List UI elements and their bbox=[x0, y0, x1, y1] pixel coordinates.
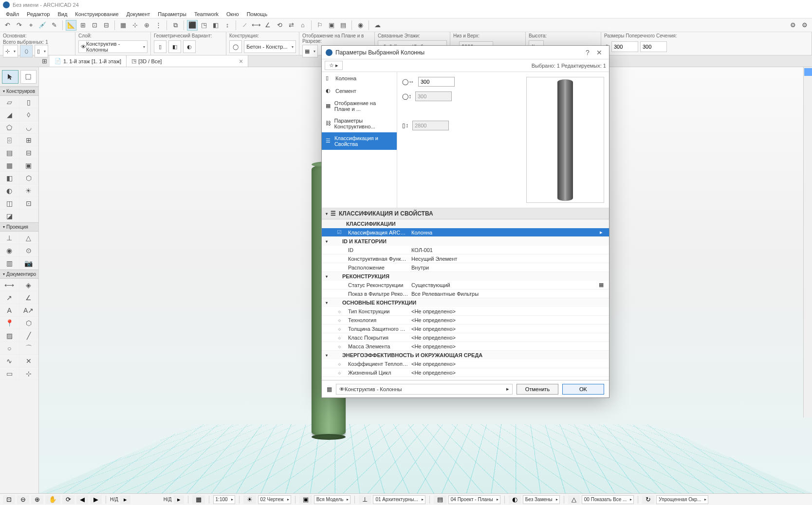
properties-list[interactable]: КЛАССИФИКАЦИИ ☑ Классификация ARCHICAD..… bbox=[322, 219, 609, 380]
section-main-construction[interactable]: ОСНОВНЫЕ КОНСТРУКЦИИ bbox=[322, 298, 609, 307]
ruler-icon[interactable]: 📐 bbox=[66, 20, 76, 31]
section-id-categories[interactable]: ID И КАТЕГОРИИ bbox=[322, 237, 609, 246]
sb-repl-icon[interactable]: ◐ bbox=[509, 495, 521, 504]
worksheet-tool-icon[interactable]: ▥ bbox=[0, 257, 19, 270]
tab-3d[interactable]: ◳ [3D / Все] × bbox=[127, 55, 248, 67]
marker-tool-icon[interactable]: 📍 bbox=[0, 317, 19, 329]
dim-tool-icon[interactable]: ⟷ bbox=[0, 279, 19, 291]
sb-proj-combo[interactable]: 04 Проект - Планы bbox=[448, 495, 500, 504]
toolbox-section-document[interactable]: Документиро bbox=[0, 270, 38, 279]
row-function[interactable]: Конструктивная Функция Несущий Элемент bbox=[322, 254, 609, 263]
object-tool-icon[interactable]: ▣ bbox=[19, 159, 39, 172]
label-tool-icon[interactable]: A↗ bbox=[19, 304, 39, 317]
change-tool-icon[interactable]: ⬡ bbox=[19, 317, 39, 329]
toolbox-section-construct[interactable]: Конструиров bbox=[0, 87, 38, 96]
team2-icon[interactable]: ⚙ bbox=[799, 20, 810, 31]
sb-zoom-combo[interactable]: 02 Чертеж bbox=[258, 495, 291, 504]
window-tool-icon[interactable]: ⊞ bbox=[19, 134, 39, 146]
row-position[interactable]: Расположение Внутри bbox=[322, 263, 609, 272]
sb-arrow1-icon[interactable]: ▸ bbox=[120, 495, 130, 504]
row-element-mass[interactable]: ⟐ Масса Элемента <Не определено> bbox=[322, 342, 609, 351]
geom-opt3[interactable]: ◐ bbox=[183, 40, 196, 53]
nav-segment[interactable]: ◐Сегмент bbox=[322, 85, 397, 97]
menu-document[interactable]: Документ bbox=[123, 11, 154, 17]
stair-tool-icon[interactable]: ▤ bbox=[0, 146, 19, 159]
menu-help[interactable]: Помощь bbox=[243, 11, 272, 17]
row-classification[interactable]: ☑ Классификация ARCHICAD... Колонна ▸ bbox=[322, 228, 609, 237]
row-renovation-filter[interactable]: Показ в Фильтре Реконстр... Все Релевант… bbox=[322, 289, 609, 298]
camera-tool-icon[interactable]: 📷 bbox=[19, 257, 39, 270]
sb-sun-icon[interactable]: ☀ bbox=[243, 495, 256, 504]
right-palette-strip[interactable] bbox=[803, 67, 812, 417]
measure-icon[interactable]: ⟋ bbox=[239, 20, 250, 31]
fill-tool-icon[interactable]: ▨ bbox=[0, 329, 19, 342]
sb-model-icon[interactable]: ▣ bbox=[299, 495, 312, 504]
cancel-button[interactable]: Отменить bbox=[517, 384, 558, 395]
redo-icon[interactable]: ↷ bbox=[14, 20, 24, 31]
geom-opt2[interactable]: ◧ bbox=[168, 40, 181, 53]
preset-button[interactable]: ⊹ bbox=[3, 45, 18, 57]
sb-arrow2-icon[interactable]: ▸ bbox=[174, 495, 184, 504]
drawing-tool-icon[interactable]: ▭ bbox=[0, 367, 19, 380]
arrow-tool[interactable] bbox=[2, 70, 18, 84]
flag-icon[interactable]: ⚐ bbox=[314, 20, 325, 31]
sb-simp-icon[interactable]: ↻ bbox=[642, 495, 654, 504]
sb-repl-combo[interactable]: Без Замены bbox=[523, 495, 560, 504]
sb-fit-icon[interactable]: ⊡ bbox=[3, 495, 15, 504]
angle-tool-icon[interactable]: ∠ bbox=[19, 291, 39, 304]
shell-tool-icon[interactable]: ◡ bbox=[19, 121, 39, 134]
home-icon[interactable]: ⌂ bbox=[297, 20, 308, 31]
row-cover-thickness[interactable]: ⟐ Толщина Защитного Слоя... <Не определе… bbox=[322, 325, 609, 333]
close-icon[interactable]: × bbox=[239, 57, 243, 65]
eyedrop-icon[interactable]: 💉 bbox=[37, 20, 48, 31]
sb-scale-combo[interactable]: 1:100 bbox=[213, 495, 235, 504]
snap1-icon[interactable]: ⊞ bbox=[77, 20, 88, 31]
line-tool-icon[interactable]: ╱ bbox=[19, 329, 39, 342]
pipette-icon[interactable]: ✎ bbox=[49, 20, 59, 31]
curtain-tool-icon[interactable]: ▦ bbox=[0, 159, 19, 172]
arc-tool-icon[interactable]: ⌒ bbox=[19, 342, 39, 355]
row-id[interactable]: ID КОЛ-001 bbox=[322, 246, 609, 254]
sb-simp-combo[interactable]: Упрощенная Окр... bbox=[656, 495, 708, 504]
sb-model-combo[interactable]: Вся Модель bbox=[314, 495, 351, 504]
width-input[interactable] bbox=[418, 77, 455, 87]
wall-tool-icon[interactable]: ▱ bbox=[0, 96, 19, 108]
hollow-tool-icon[interactable]: ◪ bbox=[0, 210, 19, 222]
ie-tool-icon[interactable]: ◉ bbox=[0, 244, 19, 257]
marquee-tool[interactable] bbox=[20, 70, 37, 84]
render-icon[interactable]: ◉ bbox=[355, 20, 366, 31]
sb-proj-icon[interactable]: ▤ bbox=[434, 495, 446, 504]
nav-plan-display[interactable]: ▦Отображение на Плане и ... bbox=[322, 97, 397, 115]
sb-grid-icon[interactable]: ▦ bbox=[192, 495, 205, 504]
nav-classification[interactable]: ☰Классификация и Свойства bbox=[322, 132, 397, 150]
sb-arch-icon[interactable]: ⊥ bbox=[359, 495, 371, 504]
detail-tool-icon[interactable]: ⊙ bbox=[19, 244, 39, 257]
undo-icon[interactable]: ↶ bbox=[2, 20, 13, 31]
view2-icon[interactable]: ◧ bbox=[210, 20, 221, 31]
grid-icon[interactable]: ▦ bbox=[118, 20, 129, 31]
spline-tool-icon[interactable]: ∿ bbox=[0, 355, 19, 367]
section-h-input[interactable] bbox=[640, 41, 667, 52]
mesh-tool-icon[interactable]: ⬡ bbox=[19, 172, 39, 184]
section-w-input[interactable] bbox=[611, 41, 638, 52]
props-main-header[interactable]: ☰ КЛАССИФИКАЦИЯ И СВОЙСТВА bbox=[322, 208, 609, 219]
section-renovation[interactable]: РЕКОНСТРУКЦИЯ bbox=[322, 272, 609, 281]
rotate-icon[interactable]: ⟲ bbox=[274, 20, 285, 31]
sb-show-combo[interactable]: 00 Показать Все ... bbox=[582, 495, 634, 504]
snap2-icon[interactable]: ⊡ bbox=[89, 20, 100, 31]
plan-button[interactable]: ▦ bbox=[302, 45, 318, 57]
navigator-icon[interactable] bbox=[804, 68, 812, 76]
profile-button[interactable]: ◯ bbox=[229, 40, 242, 53]
menu-teamwork[interactable]: Teamwork bbox=[190, 11, 222, 17]
ok-button[interactable]: OK bbox=[562, 384, 604, 395]
roof-tool-icon[interactable]: ⬠ bbox=[0, 121, 19, 134]
tab-floor-plan[interactable]: 📄 1. 1-й этаж [1. 1-й этаж] bbox=[50, 55, 127, 67]
layer-combo[interactable]: 👁 Конструктив - Колонны bbox=[78, 40, 148, 53]
menu-editor[interactable]: Редактор bbox=[23, 11, 54, 17]
elevation-tool-icon[interactable]: △ bbox=[19, 232, 39, 244]
help-icon[interactable]: ? bbox=[582, 49, 593, 56]
section-energy[interactable]: ЭНЕРГОЭФФЕКТИВНОСТЬ И ОКРУЖАЮЩАЯ СРЕДА bbox=[322, 351, 609, 360]
text-tool-icon[interactable]: A bbox=[0, 304, 19, 317]
menu-file[interactable]: Файл bbox=[2, 11, 23, 17]
sb-prevview-icon[interactable]: ◀ bbox=[76, 495, 88, 504]
